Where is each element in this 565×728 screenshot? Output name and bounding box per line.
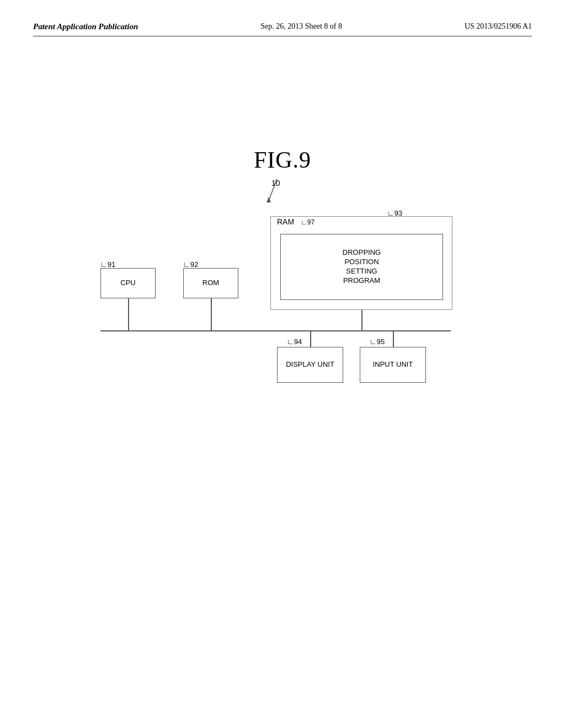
diagram-container: 10 ∟91 CPU ∟92 ROM ∟93 RAM ∟97: [95, 206, 470, 438]
page: Patent Application Publication Sep. 26, …: [0, 0, 565, 728]
header-date-sheet: Sep. 26, 2013 Sheet 8 of 8: [260, 22, 342, 31]
display-unit-ref-label: ∟94: [287, 338, 302, 346]
page-header: Patent Application Publication Sep. 26, …: [33, 22, 532, 36]
rom-box: ROM: [183, 268, 238, 298]
rom-connector: [211, 298, 212, 330]
rom-ref-label: ∟92: [183, 260, 198, 269]
svg-line-0: [269, 179, 277, 201]
dropping-program-box: DROPPING POSITION SETTING PROGRAM: [280, 234, 443, 300]
display-unit-box: DISPLAY UNIT: [277, 347, 343, 383]
figure-area: FIG.9 10 ∟91 CPU ∟92 ROM ∟93: [33, 147, 532, 438]
cpu-box: CPU: [100, 268, 156, 298]
display-unit-connector: [310, 330, 311, 347]
input-unit-connector: [393, 330, 394, 347]
figure-title: FIG.9: [254, 147, 311, 173]
cpu-ref-label: ∟91: [100, 260, 115, 269]
cpu-connector: [128, 298, 129, 330]
input-unit-box: INPUT UNIT: [360, 347, 426, 383]
header-patent-number: US 2013/0251906 A1: [465, 22, 532, 31]
header-publication-label: Patent Application Publication: [33, 22, 138, 31]
system-arrow: [258, 176, 285, 209]
input-unit-ref-label: ∟95: [370, 338, 385, 346]
ram-connector: [361, 310, 363, 330]
bus-line: [100, 330, 451, 331]
